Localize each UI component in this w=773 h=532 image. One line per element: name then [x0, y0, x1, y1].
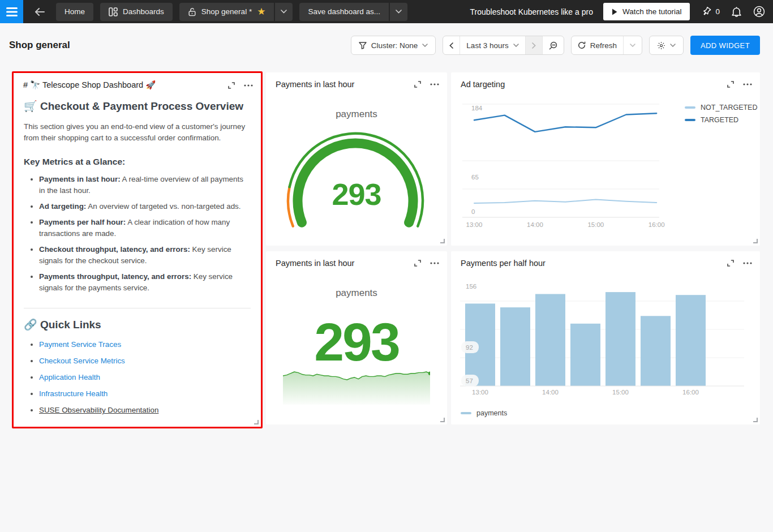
chart-legend: NOT_TARGETED TARGETED — [685, 104, 757, 124]
list-item: Payments in last hour: A real-time overv… — [39, 174, 251, 196]
save-dashboard-dropdown[interactable] — [390, 3, 407, 21]
chevron-down-icon — [670, 44, 676, 47]
tab-home-label: Home — [65, 7, 85, 16]
tab-home[interactable]: Home — [56, 3, 93, 21]
expand-widget-button[interactable] — [727, 259, 735, 267]
time-back-button[interactable] — [443, 36, 459, 54]
kebab-menu-icon — [743, 83, 752, 85]
favorite-star-icon[interactable]: ★ — [257, 7, 265, 16]
refresh-interval-dropdown[interactable] — [623, 36, 642, 54]
list-item: Payment Service Traces — [39, 339, 251, 350]
kebab-menu-icon — [430, 262, 439, 264]
gauge-chart — [266, 72, 447, 246]
link-infrastructure-health[interactable]: Infrastructure Health — [39, 389, 108, 398]
widget-menu-button[interactable] — [743, 262, 752, 264]
user-menu-button[interactable] — [753, 6, 765, 18]
svg-text:65: 65 — [471, 174, 479, 181]
tab-shop-general-dropdown[interactable] — [275, 3, 293, 21]
widget-menu-button[interactable] — [244, 84, 253, 87]
svg-text:16:00: 16:00 — [649, 221, 665, 228]
refresh-label: Refresh — [590, 41, 617, 50]
time-range-label: Last 3 hours — [466, 41, 508, 50]
time-range-controls: Last 3 hours — [443, 36, 564, 55]
main-menu-button[interactable] — [0, 0, 23, 23]
save-dashboard-as-button[interactable]: Save dashboard as... — [299, 3, 389, 21]
link-checkout-service-metrics[interactable]: Checkout Service Metrics — [39, 357, 125, 365]
expand-icon — [227, 81, 235, 89]
widget-header: # 🔭 Telescope Shop Dashboard 🚀 — [14, 73, 261, 90]
ad-targeting-widget-card: Ad targeting 18465013:0014:0015:0016:00 … — [451, 72, 760, 246]
legend-swatch — [685, 119, 695, 122]
link-suse-observability-docs[interactable]: SUSE Observability Documentation — [39, 406, 158, 414]
play-icon — [612, 8, 617, 15]
svg-text:15:00: 15:00 — [587, 221, 604, 228]
gauge-value: 293 — [266, 179, 447, 209]
tab-shop-general-label: Shop general * — [201, 7, 252, 16]
sparkline-chart — [283, 367, 430, 407]
list-item: Checkout Service Metrics — [39, 355, 251, 367]
markdown-widget-card: # 🔭 Telescope Shop Dashboard 🚀 🛒 Checkou… — [12, 71, 263, 428]
pin-icon — [701, 6, 712, 17]
back-button[interactable] — [30, 2, 49, 22]
resize-handle[interactable] — [254, 420, 259, 424]
link-application-health[interactable]: Application Health — [39, 373, 100, 381]
link-payment-service-traces[interactable]: Payment Service Traces — [39, 340, 121, 349]
list-item: Infrastructure Health — [39, 388, 251, 400]
user-avatar-icon — [753, 6, 765, 18]
zoom-out-time-button[interactable] — [542, 36, 564, 54]
widget-menu-button[interactable] — [430, 262, 439, 264]
legend-item-targeted[interactable]: TARGETED — [685, 116, 757, 124]
refresh-button[interactable]: Refresh — [572, 36, 623, 54]
expand-widget-button[interactable] — [227, 81, 235, 89]
resize-handle[interactable] — [440, 239, 445, 243]
tab-shop-general[interactable]: Shop general * ★ — [179, 3, 274, 21]
save-dashboard-group: Save dashboard as... — [299, 3, 407, 21]
legend-item-payments[interactable]: payments — [461, 409, 507, 417]
tab-dashboards[interactable]: Dashboards — [100, 3, 173, 21]
svg-text:92: 92 — [466, 344, 473, 351]
widget-title: Payments per half hour — [461, 259, 546, 268]
chevron-down-icon — [630, 44, 635, 47]
expand-widget-button[interactable] — [414, 259, 422, 267]
chevron-left-icon — [449, 42, 453, 49]
quick-links-heading: 🔗 Quick Links — [24, 318, 251, 331]
divider — [24, 308, 251, 308]
list-item: Payments throughput, latency, and errors… — [39, 271, 251, 294]
chart-legend: payments — [461, 409, 507, 417]
unlock-icon — [188, 7, 196, 16]
hamburger-icon — [6, 7, 18, 17]
tab-dashboards-label: Dashboards — [123, 7, 164, 16]
time-range-button[interactable]: Last 3 hours — [459, 36, 525, 54]
chevron-down-icon — [513, 44, 519, 47]
add-widget-button[interactable]: ADD WIDGET — [690, 36, 760, 55]
chevron-down-icon — [396, 10, 402, 14]
widget-menu-button[interactable] — [743, 83, 752, 85]
dashboards-icon — [109, 7, 118, 16]
list-item: Ad targeting: An overview of targeted vs… — [39, 201, 251, 212]
refresh-controls: Refresh — [571, 36, 642, 55]
notifications-button[interactable] — [731, 6, 742, 18]
dashboard-settings-button[interactable] — [649, 36, 684, 55]
pinned-count: 0 — [715, 7, 720, 16]
cluster-filter-button[interactable]: Cluster: None — [351, 36, 436, 55]
expand-widget-button[interactable] — [727, 80, 735, 88]
legend-swatch — [461, 412, 471, 415]
arrow-left-icon — [35, 8, 45, 16]
svg-text:13:00: 13:00 — [466, 221, 483, 228]
list-item: SUSE Observability Documentation — [39, 405, 251, 416]
legend-item-not-targeted[interactable]: NOT_TARGETED — [685, 104, 757, 111]
pinned-items-button[interactable]: 0 — [701, 6, 720, 17]
resize-handle[interactable] — [753, 418, 758, 422]
list-item: Checkout throughput, latency, and errors… — [39, 244, 251, 267]
metrics-heading: Key Metrics at a Glance: — [24, 157, 251, 167]
time-forward-button[interactable] — [525, 36, 542, 54]
page-title: Shop general — [9, 40, 70, 51]
resize-handle[interactable] — [440, 418, 445, 422]
intro-paragraph: This section gives you an end-to-end vie… — [24, 121, 251, 144]
chevron-right-icon — [532, 42, 536, 49]
expand-icon — [414, 259, 422, 267]
cluster-filter-label: Cluster: None — [371, 41, 418, 50]
resize-handle[interactable] — [753, 239, 758, 243]
top-navigation-bar: Home Dashboards Shop general * ★ Save da… — [0, 0, 773, 23]
watch-tutorial-button[interactable]: Watch the tutorial — [603, 3, 690, 20]
